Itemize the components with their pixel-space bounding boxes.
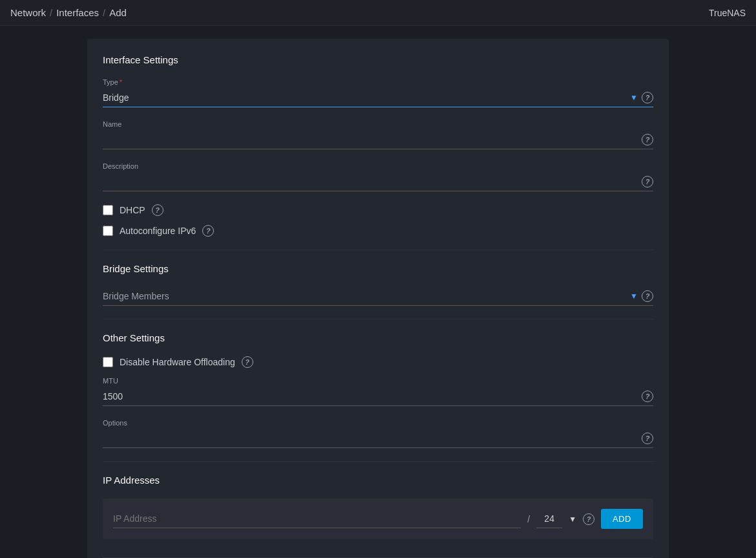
ip-addresses-section: / ▼ ? ADD [103, 499, 653, 539]
disable-hw-offloading-label: Disable Hardware Offloading [120, 357, 235, 367]
name-help-icon[interactable]: ? [642, 134, 653, 145]
main-content: Interface Settings Type* Bridge Link Agg… [0, 26, 756, 558]
dhcp-row: DHCP ? [103, 204, 653, 216]
bridge-members-dropdown-arrow[interactable]: ▼ [626, 289, 642, 303]
type-label: Type* [103, 78, 653, 86]
interface-settings-title: Interface Settings [103, 54, 653, 68]
description-input[interactable] [103, 173, 642, 191]
options-help-icon[interactable]: ? [642, 433, 653, 444]
breadcrumb: Network / Interfaces / Add [10, 7, 127, 18]
disable-hw-offloading-help-icon[interactable]: ? [242, 356, 253, 368]
breadcrumb-network[interactable]: Network [10, 7, 46, 18]
type-select[interactable]: Bridge Link Aggregation VLAN [103, 89, 626, 107]
options-field-row: ? [103, 429, 653, 448]
disable-hw-offloading-row: Disable Hardware Offloading ? [103, 356, 653, 368]
cidr-input[interactable] [536, 510, 562, 528]
topbar: Network / Interfaces / Add TrueNAS [0, 0, 756, 26]
mtu-field-row: ? [103, 387, 653, 406]
options-label: Options [103, 419, 653, 427]
cidr-dropdown-arrow[interactable]: ▼ [569, 515, 576, 524]
ip-address-input[interactable] [113, 510, 521, 528]
description-field: Description ? [103, 162, 653, 191]
ip-address-row: / ▼ ? ADD [113, 509, 643, 529]
options-input[interactable] [103, 429, 642, 447]
brand-label: TrueNAS [709, 8, 746, 18]
ip-help-icon[interactable]: ? [583, 513, 594, 525]
disable-hw-offloading-checkbox[interactable] [103, 357, 113, 367]
name-field-row: ? [103, 131, 653, 149]
options-field: Options ? [103, 419, 653, 448]
form-container: Interface Settings Type* Bridge Link Agg… [87, 39, 669, 558]
type-field: Type* Bridge Link Aggregation VLAN ▼ ? [103, 78, 653, 107]
ip-slash: / [527, 514, 530, 524]
mtu-label: MTU [103, 377, 653, 385]
mtu-field: MTU ? [103, 377, 653, 406]
autoconfigure-ipv6-label: Autoconfigure IPv6 [120, 226, 196, 236]
mtu-help-icon[interactable]: ? [642, 391, 653, 402]
bridge-members-field-row: Bridge Members ▼ ? [103, 287, 653, 306]
other-settings-title: Other Settings [103, 332, 653, 346]
breadcrumb-sep-1: / [50, 7, 52, 18]
divider-3 [103, 461, 653, 462]
dhcp-help-icon[interactable]: ? [152, 204, 163, 216]
description-field-row: ? [103, 173, 653, 191]
divider-1 [103, 250, 653, 250]
breadcrumb-interfaces[interactable]: Interfaces [56, 7, 99, 18]
dhcp-label: DHCP [120, 205, 145, 215]
add-ip-button[interactable]: ADD [601, 509, 643, 529]
description-help-icon[interactable]: ? [642, 176, 653, 188]
type-field-row: Bridge Link Aggregation VLAN ▼ ? [103, 89, 653, 107]
autoconfigure-ipv6-row: Autoconfigure IPv6 ? [103, 225, 653, 237]
breadcrumb-current: Add [109, 7, 127, 18]
name-label: Name [103, 120, 653, 128]
ip-addresses-title: IP Addresses [103, 475, 653, 488]
bridge-members-select[interactable]: Bridge Members [103, 287, 626, 305]
type-help-icon[interactable]: ? [642, 92, 653, 103]
divider-2 [103, 319, 653, 319]
breadcrumb-sep-2: / [103, 7, 105, 18]
name-input[interactable] [103, 131, 642, 149]
bridge-members-help-icon[interactable]: ? [642, 290, 653, 302]
mtu-input[interactable] [103, 387, 642, 405]
bridge-settings-title: Bridge Settings [103, 263, 653, 277]
bridge-members-field: Bridge Members ▼ ? [103, 287, 653, 306]
name-field: Name ? [103, 120, 653, 149]
description-label: Description [103, 162, 653, 170]
type-dropdown-arrow[interactable]: ▼ [626, 91, 642, 105]
dhcp-checkbox[interactable] [103, 205, 113, 215]
autoconfigure-ipv6-checkbox[interactable] [103, 226, 113, 236]
autoconfigure-ipv6-help-icon[interactable]: ? [202, 225, 214, 237]
